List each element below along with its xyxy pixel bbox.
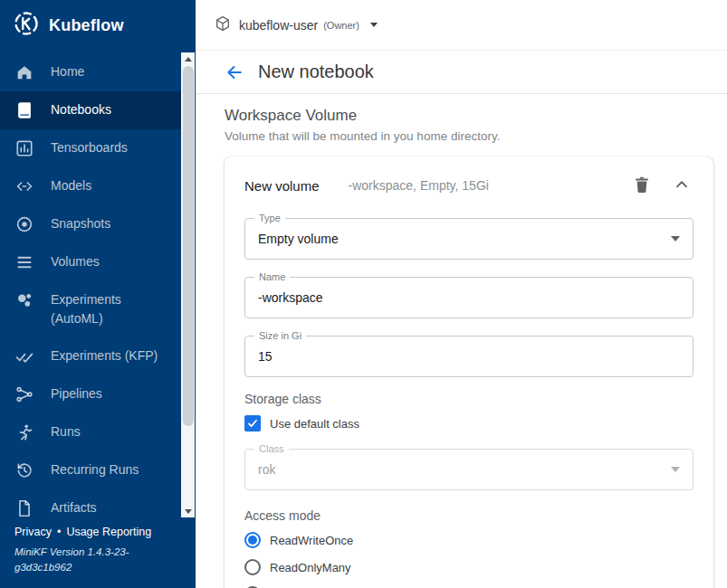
field-label-name: Name xyxy=(254,271,290,282)
volume-name-field: Name xyxy=(244,277,694,318)
storage-class-label: Storage class xyxy=(244,392,694,406)
sidebar-item-home[interactable]: Home xyxy=(0,53,181,91)
sidebar-item-experiments-kfp[interactable]: Experiments (KFP) xyxy=(0,337,181,375)
delete-volume-button[interactable] xyxy=(632,175,654,196)
sidebar-item-label: Home xyxy=(51,62,84,81)
recurring-runs-icon xyxy=(14,460,34,480)
use-default-class-checkbox[interactable]: Use default class xyxy=(244,415,694,432)
sidebar-item-label: Tensorboards xyxy=(51,138,128,157)
sidebar-nav: Home Notebooks Tensorboards Models xyxy=(0,53,181,527)
dropdown-caret-icon xyxy=(671,467,680,472)
volumes-icon xyxy=(14,252,34,272)
sidebar-brand[interactable]: Kubeflow xyxy=(0,0,196,51)
sidebar-item-label: Runs xyxy=(51,422,81,441)
radio-readonlymany[interactable]: ReadOnlyMany xyxy=(244,557,694,577)
radio-label: ReadWriteOnce xyxy=(270,534,353,547)
access-mode-label: Access mode xyxy=(244,508,694,523)
radio-readwriteonce[interactable]: ReadWriteOnce xyxy=(244,530,694,550)
namespace-role: (Owner) xyxy=(323,20,359,31)
dropdown-caret-icon xyxy=(370,23,378,27)
section-title: Workspace Volume xyxy=(225,107,713,125)
runs-icon xyxy=(14,422,34,442)
radio-readwritemany[interactable]: ReadWriteMany xyxy=(244,584,694,588)
sidebar-item-tensorboards[interactable]: Tensorboards xyxy=(0,129,181,167)
experiments-automl-icon xyxy=(14,290,34,310)
footer-separator: • xyxy=(57,526,61,538)
namespace-selector[interactable]: kubeflow-user (Owner) xyxy=(210,9,381,42)
dropdown-caret-icon xyxy=(671,236,680,242)
volume-size-field: Size in Gi xyxy=(244,336,694,377)
field-label-class: Class xyxy=(254,443,289,454)
field-value-class: rok xyxy=(258,462,275,477)
volume-type-select[interactable]: Type Empty volume xyxy=(244,218,694,260)
sidebar-item-label: Experiments (AutoML) xyxy=(51,290,172,328)
radio-label: ReadOnlyMany xyxy=(270,561,351,574)
field-label-size: Size in Gi xyxy=(254,330,306,341)
sidebar-item-pipelines[interactable]: Pipelines xyxy=(0,375,181,413)
sidebar-item-experiments-automl[interactable]: Experiments (AutoML) xyxy=(0,281,181,337)
pipelines-icon xyxy=(14,384,34,404)
page-header: New notebook xyxy=(196,51,727,94)
version-text: MiniKF Version 1.4.3-23-g3d3c1b962 xyxy=(14,545,152,576)
storage-class-select: Class rok xyxy=(244,449,694,490)
app-window: Kubeflow Home Notebooks Tensorboards xyxy=(0,0,727,588)
sidebar-item-recurring-runs[interactable]: Recurring Runs xyxy=(0,451,181,489)
sidebar-item-models[interactable]: Models xyxy=(0,167,181,205)
tensorboards-icon xyxy=(14,138,34,158)
volume-size-input[interactable] xyxy=(258,349,680,364)
brand-name: Kubeflow xyxy=(49,16,124,35)
scrollbar-thumb[interactable] xyxy=(183,66,194,426)
sidebar-item-snapshots[interactable]: Snapshots xyxy=(0,205,181,243)
privacy-link[interactable]: Privacy xyxy=(14,526,52,538)
collapse-panel-icon[interactable] xyxy=(672,175,694,196)
sidebar-item-label: Notebooks xyxy=(51,100,111,119)
sidebar: Kubeflow Home Notebooks Tensorboards xyxy=(0,0,196,588)
sidebar-item-label: Pipelines xyxy=(51,384,102,403)
sidebar-item-label: Artifacts xyxy=(51,498,97,517)
namespace-icon xyxy=(214,14,232,36)
volume-summary: -workspace, Empty, 15Gi xyxy=(349,178,489,193)
sidebar-item-label: Models xyxy=(51,176,91,195)
usage-reporting-link[interactable]: Usage Reporting xyxy=(66,526,151,538)
sidebar-item-label: Recurring Runs xyxy=(51,460,139,479)
radio-selected-icon xyxy=(244,532,261,548)
back-arrow-icon[interactable] xyxy=(225,62,244,82)
namespace-name: kubeflow-user xyxy=(239,18,318,33)
workspace-volume-card: New volume -workspace, Empty, 15Gi Type … xyxy=(225,156,713,588)
home-icon xyxy=(14,62,34,82)
sidebar-item-label: Volumes xyxy=(51,252,100,271)
snapshots-icon xyxy=(14,214,34,234)
sidebar-scrollbar[interactable] xyxy=(181,52,195,517)
sidebar-item-volumes[interactable]: Volumes xyxy=(0,243,181,281)
kubeflow-logo-icon xyxy=(13,10,40,41)
models-icon xyxy=(14,176,34,196)
sidebar-item-runs[interactable]: Runs xyxy=(0,413,181,451)
checkbox-checked-icon xyxy=(244,415,261,432)
sidebar-item-notebooks[interactable]: Notebooks xyxy=(0,91,181,129)
sidebar-footer: Privacy • Usage Reporting MiniKF Version… xyxy=(0,517,181,588)
main-content: Workspace Volume Volume that will be mou… xyxy=(196,94,727,588)
topbar: kubeflow-user (Owner) xyxy=(196,0,727,51)
volume-name-label: New volume xyxy=(244,178,320,194)
field-label-type: Type xyxy=(254,213,285,223)
scroll-up-icon[interactable] xyxy=(181,52,195,65)
sidebar-item-label: Experiments (KFP) xyxy=(51,346,158,365)
checkbox-label: Use default class xyxy=(270,417,359,431)
notebooks-icon xyxy=(14,100,34,120)
scroll-down-icon[interactable] xyxy=(181,505,195,517)
field-value-type: Empty volume xyxy=(258,232,339,246)
volume-card-header: New volume -workspace, Empty, 15Gi xyxy=(244,175,694,196)
experiments-kfp-icon xyxy=(14,346,34,366)
access-mode-radio-group: ReadWriteOnce ReadOnlyMany ReadWriteMany xyxy=(244,530,694,588)
radio-unselected-icon xyxy=(244,559,261,575)
section-subtitle: Volume that will be mounted in you home … xyxy=(225,129,713,143)
volume-name-input[interactable] xyxy=(258,290,680,305)
page-title: New notebook xyxy=(258,62,374,82)
sidebar-item-label: Snapshots xyxy=(51,214,110,233)
